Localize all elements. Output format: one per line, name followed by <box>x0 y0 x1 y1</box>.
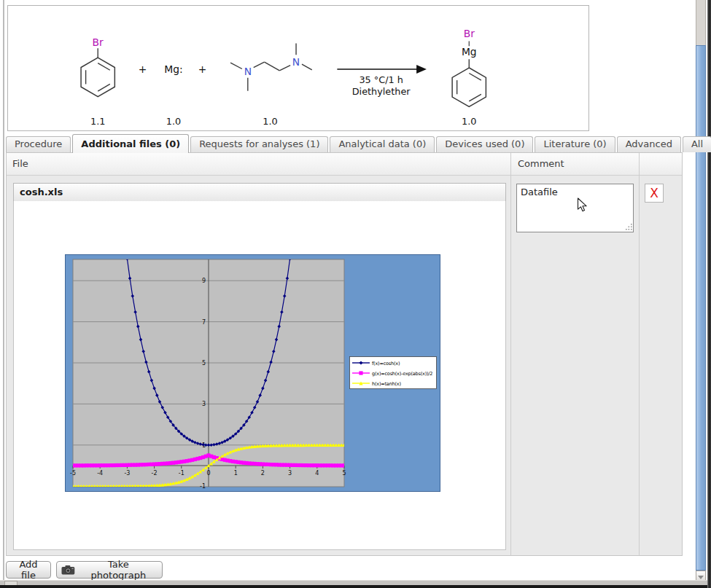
svg-text:5: 5 <box>202 360 206 366</box>
svg-text:35 °C/1 h: 35 °C/1 h <box>359 74 403 85</box>
window-left-edge <box>3 0 4 580</box>
tab-devices-used-0[interactable]: Devices used (0) <box>436 136 533 152</box>
tab-requests-for-analyses-1[interactable]: Requests for analyses (1) <box>190 136 328 152</box>
comment-column-header: Comment <box>518 153 564 175</box>
svg-text:1.0: 1.0 <box>263 116 277 127</box>
tab-all[interactable]: All <box>683 136 711 152</box>
svg-text:+: + <box>198 63 207 75</box>
tab-analytical-data-0[interactable]: Analytical data (0) <box>330 136 435 152</box>
take-photograph-button[interactable]: Take photograph <box>56 561 163 579</box>
svg-text:1: 1 <box>234 470 238 477</box>
camera-icon <box>61 565 75 575</box>
svg-text:Mg:: Mg: <box>164 63 182 75</box>
window-bottom-border <box>0 585 711 588</box>
svg-text:5: 5 <box>342 470 346 477</box>
svg-text:Diethylether: Diethylether <box>352 86 411 97</box>
svg-text:+: + <box>139 63 147 75</box>
column-divider <box>639 153 640 555</box>
svg-text:0: 0 <box>206 470 210 477</box>
delete-file-button[interactable]: X <box>645 184 664 203</box>
svg-text:Mg: Mg <box>462 46 477 58</box>
svg-text:-5: -5 <box>70 470 76 477</box>
table-header-row: File Comment <box>7 153 682 176</box>
svg-text:-1: -1 <box>179 470 184 477</box>
down-arrow-icon <box>698 576 704 579</box>
reaction-scheme-panel: Br1.1+Mg:+1.0NN1.035 °C/1 hDiethyletherB… <box>7 5 589 131</box>
svg-text:7: 7 <box>202 319 206 326</box>
tab-procedure[interactable]: Procedure <box>6 136 71 152</box>
svg-text:1.0: 1.0 <box>462 116 476 127</box>
column-divider <box>510 153 511 555</box>
tab-bar: ProcedureAdditional files (0)Requests fo… <box>6 134 711 152</box>
mouse-cursor-icon <box>577 197 588 213</box>
add-file-button[interactable]: Add file <box>6 561 51 579</box>
svg-text:f(x)=cosh(x): f(x)=cosh(x) <box>372 361 400 366</box>
svg-text:-4: -4 <box>97 470 103 477</box>
take-photograph-label: Take photograph <box>79 559 158 581</box>
comment-textarea[interactable] <box>516 184 634 232</box>
svg-text:N: N <box>244 66 252 77</box>
svg-text:4: 4 <box>315 470 319 477</box>
vertical-scrollbar-thumb[interactable] <box>696 45 706 571</box>
svg-text:-1: -1 <box>200 483 206 490</box>
tab-additional-files-0[interactable]: Additional files (0) <box>72 134 189 153</box>
svg-text:9: 9 <box>202 278 206 284</box>
svg-text:-2: -2 <box>152 470 158 477</box>
window-right-border <box>707 0 711 588</box>
svg-text:1.1: 1.1 <box>90 116 105 127</box>
svg-text:2: 2 <box>261 470 265 477</box>
textarea-resize-handle[interactable] <box>625 223 632 230</box>
svg-text:g(x)=cosh(x)-exp(abs(x))/2: g(x)=cosh(x)-exp(abs(x))/2 <box>372 371 432 377</box>
svg-text:3: 3 <box>202 401 206 407</box>
additional-files-panel: File Comment cosh.xls 97531-1-5-4-3-2-10… <box>6 152 683 556</box>
file-preview-panel: 97531-1-5-4-3-2-1012345f(x)=cosh(x)g(x)=… <box>13 201 506 550</box>
embedded-chart-image: 97531-1-5-4-3-2-1012345f(x)=cosh(x)g(x)=… <box>65 254 440 492</box>
svg-text:Br: Br <box>93 36 104 48</box>
tab-advanced[interactable]: Advanced <box>617 136 681 152</box>
svg-text:-3: -3 <box>124 470 130 477</box>
file-column-header: File <box>12 153 28 175</box>
svg-text:N: N <box>292 56 300 68</box>
svg-text:3: 3 <box>288 470 292 477</box>
svg-text:h(x)=tanh(x): h(x)=tanh(x) <box>372 381 401 387</box>
svg-text:Br: Br <box>464 28 475 39</box>
svg-text:1.0: 1.0 <box>166 116 181 127</box>
file-name-header[interactable]: cosh.xls <box>13 183 506 202</box>
tab-literature-0[interactable]: Literature (0) <box>535 136 615 152</box>
